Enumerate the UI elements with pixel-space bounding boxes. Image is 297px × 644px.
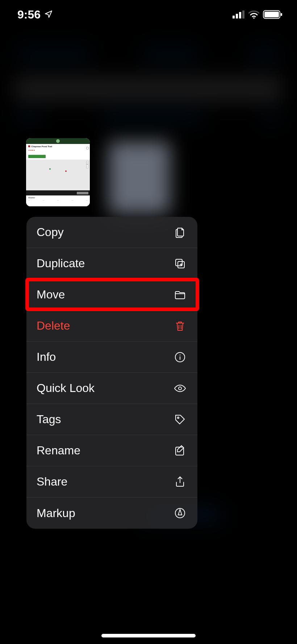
menu-item-label: Markup xyxy=(37,507,75,520)
menu-item-label: Delete xyxy=(37,319,70,333)
menu-item-markup[interactable]: Markup xyxy=(26,498,197,529)
battery-icon xyxy=(263,10,283,19)
thumb-header xyxy=(26,138,90,144)
menu-item-info[interactable]: Info xyxy=(26,342,197,373)
menu-item-delete[interactable]: Delete xyxy=(26,310,197,342)
menu-item-label: Copy xyxy=(37,226,64,239)
thumb-darkbar xyxy=(26,190,90,195)
menu-item-share[interactable]: Share xyxy=(26,466,197,498)
menu-item-tags[interactable]: Tags xyxy=(26,404,197,435)
svg-point-11 xyxy=(180,354,180,355)
svg-point-13 xyxy=(177,417,179,418)
rename-icon xyxy=(173,444,187,457)
menu-item-rename[interactable]: Rename xyxy=(26,435,197,466)
menu-item-label: Info xyxy=(37,350,56,364)
menu-item-label: Move xyxy=(37,288,65,301)
home-indicator[interactable] xyxy=(101,634,196,637)
menu-item-label: Duplicate xyxy=(37,257,85,270)
cellular-icon xyxy=(233,11,245,18)
trash-icon xyxy=(173,319,187,333)
svg-rect-1 xyxy=(236,14,238,18)
status-bar: 9:56 xyxy=(0,0,297,29)
menu-item-quick-look[interactable]: Quick Look xyxy=(26,373,197,404)
svg-rect-2 xyxy=(239,12,241,18)
menu-item-label: Rename xyxy=(37,444,80,457)
svg-rect-3 xyxy=(242,11,244,18)
thumb-title: Chapman Pond Trail xyxy=(26,144,90,149)
menu-item-label: Share xyxy=(37,475,67,488)
eye-icon xyxy=(173,382,187,395)
thumb-footer: Weather ————— xyxy=(26,195,90,206)
svg-rect-14 xyxy=(176,447,184,455)
markup-icon xyxy=(173,507,187,520)
thumb-bookmark-icon xyxy=(86,147,89,149)
file-preview-thumbnail[interactable]: Chapman Pond Trail ★★★★ +− Weather ————— xyxy=(26,138,90,206)
menu-item-duplicate[interactable]: Duplicate xyxy=(26,248,197,279)
info-icon xyxy=(173,351,187,364)
share-icon xyxy=(173,475,187,488)
menu-item-copy[interactable]: Copy xyxy=(26,217,197,248)
menu-item-label: Tags xyxy=(37,413,61,426)
tag-icon xyxy=(173,413,187,426)
thumb-stats xyxy=(26,151,90,153)
menu-item-label: Quick Look xyxy=(37,381,95,395)
thumb-map: +− xyxy=(26,160,90,190)
svg-rect-6 xyxy=(264,12,279,17)
duplicate-icon xyxy=(173,257,187,270)
folder-icon xyxy=(173,288,187,301)
svg-rect-0 xyxy=(233,16,235,18)
copy-icon xyxy=(173,226,187,239)
context-menu: Copy Duplicate Move Del xyxy=(26,217,197,529)
location-icon xyxy=(44,8,53,21)
svg-rect-7 xyxy=(281,13,282,16)
thumb-green-button xyxy=(28,155,46,158)
svg-point-12 xyxy=(179,387,181,390)
status-time: 9:56 xyxy=(17,8,41,21)
wifi-icon xyxy=(248,11,259,18)
menu-item-move[interactable]: Move xyxy=(26,279,197,310)
svg-point-4 xyxy=(253,17,255,18)
